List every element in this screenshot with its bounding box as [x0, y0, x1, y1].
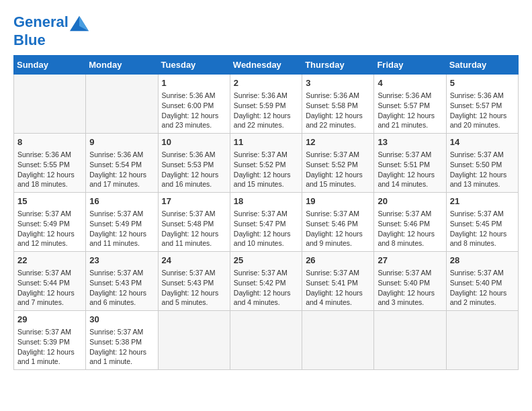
- sunrise: Sunrise: 5:37 AM: [17, 328, 71, 336]
- daylight: Daylight: 12 hours and 10 minutes.: [234, 230, 291, 248]
- sunset: Sunset: 5:49 PM: [17, 220, 70, 228]
- calendar-cell: [374, 310, 446, 369]
- day-number: 26: [306, 255, 370, 267]
- day-number: 9: [89, 136, 154, 148]
- daylight: Daylight: 12 hours and 23 minutes.: [162, 111, 219, 130]
- calendar-cell: 9Sunrise: 5:36 AMSunset: 5:54 PMDaylight…: [86, 134, 158, 193]
- sunset: Sunset: 5:52 PM: [234, 161, 286, 169]
- daylight: Daylight: 12 hours and 22 minutes.: [306, 111, 363, 130]
- calendar-cell: 2Sunrise: 5:36 AMSunset: 5:59 PMDaylight…: [230, 75, 302, 134]
- calendar-cell: 10Sunrise: 5:36 AMSunset: 5:53 PMDayligh…: [158, 134, 230, 193]
- weekday-monday: Monday: [86, 56, 158, 75]
- day-number: 8: [17, 136, 82, 148]
- calendar-cell: 12Sunrise: 5:37 AMSunset: 5:52 PMDayligh…: [302, 134, 374, 193]
- daylight: Daylight: 12 hours and 7 minutes.: [17, 289, 75, 307]
- daylight: Daylight: 12 hours and 18 minutes.: [17, 171, 75, 189]
- calendar-cell: 25Sunrise: 5:37 AMSunset: 5:42 PMDayligh…: [230, 252, 302, 311]
- calendar-cell: 23Sunrise: 5:37 AMSunset: 5:43 PMDayligh…: [86, 252, 158, 311]
- calendar-week-4: 22Sunrise: 5:37 AMSunset: 5:44 PMDayligh…: [14, 252, 519, 311]
- daylight: Daylight: 12 hours and 11 minutes.: [162, 230, 219, 248]
- page-header: GeneralBlue: [13, 13, 519, 48]
- day-number: 25: [234, 255, 298, 267]
- calendar-cell: [14, 75, 86, 134]
- day-number: 27: [378, 255, 442, 267]
- calendar-cell: 14Sunrise: 5:37 AMSunset: 5:50 PMDayligh…: [446, 134, 518, 193]
- sunset: Sunset: 5:46 PM: [378, 220, 430, 228]
- daylight: Daylight: 12 hours and 15 minutes.: [306, 171, 363, 189]
- calendar-cell: 22Sunrise: 5:37 AMSunset: 5:44 PMDayligh…: [14, 252, 86, 311]
- sunrise: Sunrise: 5:37 AM: [234, 210, 287, 218]
- daylight: Daylight: 12 hours and 11 minutes.: [89, 230, 146, 248]
- sunset: Sunset: 6:00 PM: [162, 101, 214, 109]
- weekday-friday: Friday: [374, 56, 446, 75]
- daylight: Daylight: 12 hours and 6 minutes.: [89, 289, 146, 307]
- daylight: Daylight: 12 hours and 16 minutes.: [162, 171, 219, 189]
- calendar-cell: 21Sunrise: 5:37 AMSunset: 5:45 PMDayligh…: [446, 193, 518, 252]
- sunrise: Sunrise: 5:37 AM: [306, 210, 359, 218]
- calendar-table: SundayMondayTuesdayWednesdayThursdayFrid…: [13, 55, 519, 370]
- day-number: 30: [89, 314, 154, 326]
- sunset: Sunset: 5:48 PM: [162, 220, 214, 228]
- daylight: Daylight: 12 hours and 22 minutes.: [234, 111, 291, 130]
- calendar-cell: 28Sunrise: 5:37 AMSunset: 5:40 PMDayligh…: [446, 252, 518, 311]
- daylight: Daylight: 12 hours and 4 minutes.: [306, 289, 363, 307]
- daylight: Daylight: 12 hours and 21 minutes.: [378, 111, 435, 130]
- sunset: Sunset: 5:45 PM: [450, 220, 502, 228]
- sunset: Sunset: 5:42 PM: [234, 279, 286, 287]
- day-number: 21: [450, 195, 515, 208]
- sunset: Sunset: 5:38 PM: [89, 338, 142, 346]
- day-number: 4: [378, 77, 442, 89]
- daylight: Daylight: 12 hours and 12 minutes.: [17, 230, 75, 248]
- sunset: Sunset: 5:39 PM: [17, 338, 70, 346]
- sunrise: Sunrise: 5:37 AM: [234, 269, 287, 277]
- day-number: 1: [162, 77, 226, 89]
- calendar-week-5: 29Sunrise: 5:37 AMSunset: 5:39 PMDayligh…: [14, 310, 519, 369]
- day-number: 5: [450, 77, 515, 89]
- day-number: 13: [378, 136, 442, 148]
- calendar-week-3: 15Sunrise: 5:37 AMSunset: 5:49 PMDayligh…: [14, 193, 519, 252]
- sunrise: Sunrise: 5:37 AM: [378, 210, 431, 218]
- sunset: Sunset: 5:57 PM: [378, 101, 430, 109]
- calendar-cell: 15Sunrise: 5:37 AMSunset: 5:49 PMDayligh…: [14, 193, 86, 252]
- sunset: Sunset: 5:41 PM: [306, 279, 358, 287]
- sunrise: Sunrise: 5:37 AM: [89, 328, 143, 336]
- day-number: 14: [450, 136, 515, 148]
- sunset: Sunset: 5:43 PM: [89, 279, 142, 287]
- sunset: Sunset: 5:50 PM: [450, 161, 502, 169]
- calendar-cell: 18Sunrise: 5:37 AMSunset: 5:47 PMDayligh…: [230, 193, 302, 252]
- daylight: Daylight: 12 hours and 17 minutes.: [89, 171, 146, 189]
- day-number: 18: [234, 195, 298, 208]
- sunset: Sunset: 5:47 PM: [234, 220, 286, 228]
- calendar-cell: [158, 310, 230, 369]
- daylight: Daylight: 12 hours and 14 minutes.: [378, 171, 435, 189]
- day-number: 20: [378, 195, 442, 208]
- calendar-cell: 24Sunrise: 5:37 AMSunset: 5:43 PMDayligh…: [158, 252, 230, 311]
- sunrise: Sunrise: 5:37 AM: [450, 150, 504, 158]
- day-number: 24: [162, 255, 226, 267]
- calendar-cell: 17Sunrise: 5:37 AMSunset: 5:48 PMDayligh…: [158, 193, 230, 252]
- daylight: Daylight: 12 hours and 9 minutes.: [306, 230, 363, 248]
- sunset: Sunset: 5:57 PM: [450, 101, 502, 109]
- day-number: 29: [17, 314, 82, 326]
- calendar-cell: [86, 75, 158, 134]
- sunrise: Sunrise: 5:37 AM: [89, 210, 143, 218]
- sunset: Sunset: 5:49 PM: [89, 220, 142, 228]
- sunset: Sunset: 5:55 PM: [17, 161, 70, 169]
- calendar-cell: 29Sunrise: 5:37 AMSunset: 5:39 PMDayligh…: [14, 310, 86, 369]
- sunset: Sunset: 5:46 PM: [306, 220, 358, 228]
- daylight: Daylight: 12 hours and 5 minutes.: [162, 289, 219, 307]
- day-number: 28: [450, 255, 515, 267]
- sunrise: Sunrise: 5:36 AM: [378, 91, 431, 99]
- sunrise: Sunrise: 5:36 AM: [162, 150, 216, 158]
- sunset: Sunset: 5:59 PM: [234, 101, 286, 109]
- sunrise: Sunrise: 5:37 AM: [17, 269, 71, 277]
- day-number: 22: [17, 255, 82, 267]
- calendar-cell: [302, 310, 374, 369]
- daylight: Daylight: 12 hours and 8 minutes.: [378, 230, 435, 248]
- sunrise: Sunrise: 5:36 AM: [450, 91, 504, 99]
- sunset: Sunset: 5:54 PM: [89, 161, 142, 169]
- calendar-cell: 30Sunrise: 5:37 AMSunset: 5:38 PMDayligh…: [86, 310, 158, 369]
- sunrise: Sunrise: 5:37 AM: [234, 150, 287, 158]
- day-number: 10: [162, 136, 226, 148]
- sunrise: Sunrise: 5:37 AM: [89, 269, 143, 277]
